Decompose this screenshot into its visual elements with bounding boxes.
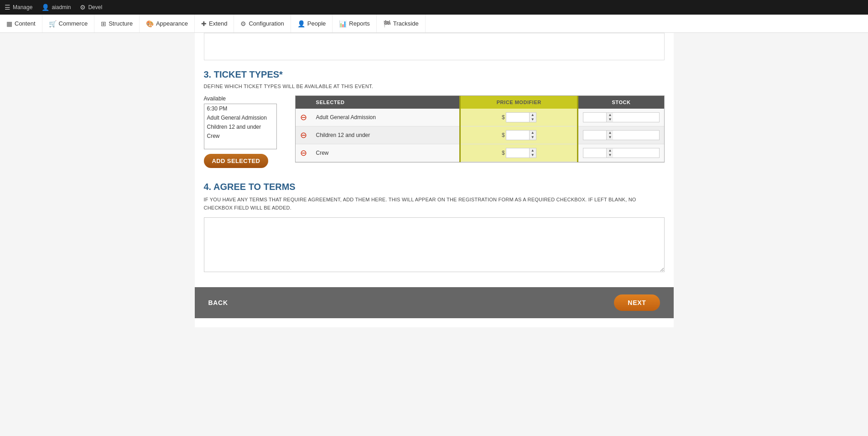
row1-name: Adult General Admission [312,109,460,126]
ticket-types-area: Available 6:30 PM Adult General Admissio… [204,95,665,168]
section3-description: DEFINE WHICH TICKET TYPES WILL BE AVAILA… [204,84,665,89]
row3-price-down[interactable]: ▼ [530,153,536,158]
remove-cell-1: ⊖ [296,109,312,126]
row3-stock-arrows: ▲ ▼ [606,148,613,158]
nav-configuration-label: Configuration [249,20,284,27]
row3-stock-up[interactable]: ▲ [607,148,613,153]
user-label: aiadmin [52,4,71,11]
row1-price-up[interactable]: ▲ [530,113,536,117]
nav-appearance-label: Appearance [156,20,188,27]
row3-stock-down[interactable]: ▼ [607,153,613,158]
row2-price-wrap: $ ▲ ▼ [465,130,572,140]
row1-stock-input[interactable] [583,113,606,122]
row3-price-input[interactable] [506,148,529,158]
selected-table-wrapper: Selected PRICE MODIFIER STOCK ⊖ Adult Ge… [295,95,665,163]
col-selected-header: Selected [312,96,460,109]
nav-extend-label: Extend [209,20,227,27]
row1-stock-up[interactable]: ▲ [607,113,613,117]
row1-stock-arrows: ▲ ▼ [606,113,613,122]
row2-price-input[interactable] [506,131,529,140]
section-agree-terms: 4. AGREE TO TERMS IF YOU HAVE ANY TERMS … [204,182,665,273]
list-item-time[interactable]: 6:30 PM [204,104,276,113]
available-section: Available 6:30 PM Adult General Admissio… [204,95,286,168]
row3-stock-spin: ▲ ▼ [583,148,659,158]
nav-reports[interactable]: 📊 Reports [333,15,377,32]
nav-people-label: People [307,20,326,27]
reports-icon: 📊 [339,20,347,27]
row2-stock-up[interactable]: ▲ [607,131,613,135]
next-button[interactable]: NEXT [614,294,660,311]
row2-price-cell: $ ▲ ▼ [460,126,578,144]
nav-bar: ▦ Content 🛒 Commerce ⊞ Structure 🎨 Appea… [0,15,868,33]
manage-label: Manage [13,4,32,11]
remove-cell-3: ⊖ [296,144,312,162]
nav-commerce[interactable]: 🛒 Commerce [42,15,95,32]
row1-price-arrows: ▲ ▼ [529,113,536,122]
manage-menu[interactable]: ☰ Manage [5,4,32,11]
row2-price-up[interactable]: ▲ [530,131,536,135]
devel-label: Devel [88,4,102,11]
people-icon: 👤 [297,20,305,27]
section3-title: TICKET TYPES* [214,69,283,79]
user-icon: 👤 [42,4,49,11]
table-row: ⊖ Adult General Admission $ ▲ [296,109,664,126]
col-action [296,96,312,109]
row2-stock-down[interactable]: ▼ [607,135,613,140]
row1-stock-cell: ▲ ▼ [578,109,664,126]
section4-header: 4. AGREE TO TERMS [204,182,665,192]
row3-stock-cell: ▲ ▼ [578,144,664,162]
list-item-adult[interactable]: Adult General Admission [204,113,276,122]
user-menu[interactable]: 👤 aiadmin [42,4,71,11]
gear-icon: ⚙ [80,4,86,11]
remove-row1-button[interactable]: ⊖ [300,113,307,121]
main-content: 3. TICKET TYPES* DEFINE WHICH TICKET TYP… [195,33,674,327]
row2-stock-arrows: ▲ ▼ [606,131,613,140]
available-label: Available [204,95,286,102]
trackside-icon: 🏁 [383,20,391,27]
back-button[interactable]: BACK [208,299,228,306]
section3-number: 3. [204,69,212,79]
row2-stock-spin: ▲ ▼ [583,130,659,140]
row1-stock-down[interactable]: ▼ [607,117,613,122]
section3-header: 3. TICKET TYPES* [204,69,665,80]
remove-row2-button[interactable]: ⊖ [300,131,307,139]
row3-price-up[interactable]: ▲ [530,148,536,153]
row3-stock-input[interactable] [583,148,606,158]
row2-stock-input[interactable] [583,131,606,140]
nav-appearance[interactable]: 🎨 Appearance [140,15,195,32]
row1-price-down[interactable]: ▼ [530,117,536,122]
nav-trackside[interactable]: 🏁 Trackside [377,15,426,32]
col-price-modifier-header: PRICE MODIFIER [460,96,578,109]
nav-extend[interactable]: ✚ Extend [195,15,234,32]
dollar-sign-2: $ [502,132,505,138]
devel-menu[interactable]: ⚙ Devel [80,4,102,11]
available-listbox[interactable]: 6:30 PM Adult General Admission Children… [204,104,277,149]
menu-icon: ☰ [5,4,10,11]
add-selected-button[interactable]: ADD SELECTED [204,154,269,168]
list-item-children[interactable]: Children 12 and under [204,122,276,131]
table-row: ⊖ Crew $ ▲ ▼ [296,144,664,162]
nav-people[interactable]: 👤 People [291,15,333,32]
row3-name: Crew [312,144,460,162]
nav-trackside-label: Trackside [393,20,419,27]
dollar-sign-3: $ [502,150,505,156]
row1-price-cell: $ ▲ ▼ [460,109,578,126]
row1-price-input[interactable] [506,113,529,122]
nav-structure[interactable]: ⊞ Structure [94,15,140,32]
commerce-icon: 🛒 [49,20,57,27]
list-item-crew[interactable]: Crew [204,131,276,141]
row3-price-arrows: ▲ ▼ [529,148,536,158]
remove-row3-button[interactable]: ⊖ [300,149,307,157]
terms-textarea[interactable] [204,217,665,272]
nav-configuration[interactable]: ⚙ Configuration [234,15,291,32]
row2-stock-cell: ▲ ▼ [578,126,664,144]
nav-content[interactable]: ▦ Content [0,15,42,32]
row1-price-spin: ▲ ▼ [506,112,536,122]
row2-price-arrows: ▲ ▼ [529,131,536,140]
table-row: ⊖ Children 12 and under $ ▲ [296,126,664,144]
row2-price-down[interactable]: ▼ [530,135,536,140]
row1-stock-spin: ▲ ▼ [583,112,659,122]
col-stock-header: STOCK [578,96,664,109]
admin-bar: ☰ Manage 👤 aiadmin ⚙ Devel [0,0,868,15]
configuration-icon: ⚙ [240,20,246,27]
